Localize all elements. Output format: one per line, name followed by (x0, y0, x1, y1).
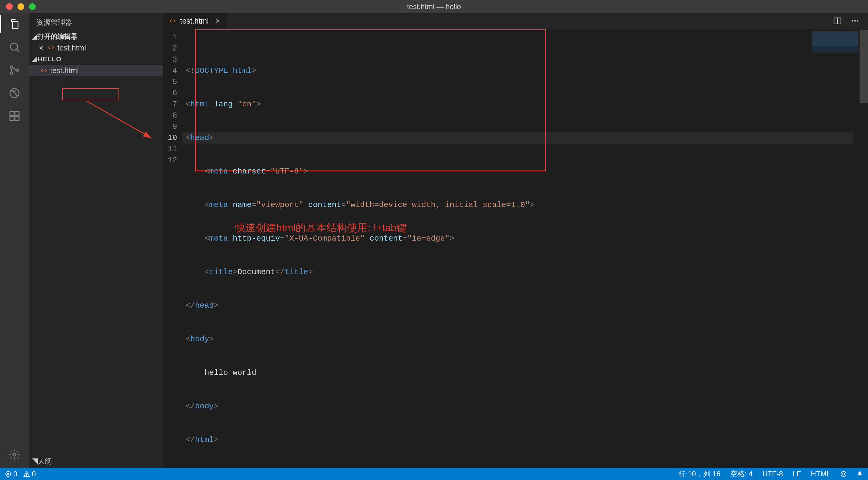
svg-point-15 (857, 20, 858, 22)
status-language[interactable]: HTML (811, 470, 831, 478)
open-editors-header[interactable]: ◢ 打开的编辑器 (29, 31, 163, 42)
source-control-icon[interactable] (7, 63, 22, 78)
status-warnings[interactable]: 0 (23, 470, 36, 478)
status-indent[interactable]: 空格: 4 (730, 469, 753, 479)
svg-point-22 (841, 472, 846, 477)
status-encoding[interactable]: UTF-8 (763, 470, 783, 478)
explorer-icon[interactable] (7, 17, 22, 31)
svg-rect-7 (10, 117, 14, 121)
debug-icon[interactable] (7, 86, 22, 100)
status-bar: 0 0 行 10，列 16 空格: 4 UTF-8 LF HTML (0, 468, 868, 480)
svg-point-10 (13, 453, 16, 456)
sidebar-title: 资源管理器 (29, 13, 163, 31)
annotation-box-file (62, 88, 119, 100)
open-editor-item[interactable]: × test.html (29, 42, 163, 54)
svg-rect-6 (10, 112, 14, 116)
folder-name: HELLO (37, 55, 62, 63)
html-file-icon (40, 67, 47, 74)
code-editor[interactable]: 1 2 3 4 5 6 7 8 9 10 11 12 <!DOCTYPE htm… (163, 29, 868, 468)
svg-point-24 (844, 473, 845, 474)
tab-filename: test.html (180, 17, 209, 25)
split-editor-icon[interactable] (833, 16, 842, 25)
svg-line-1 (17, 49, 19, 52)
svg-point-0 (10, 43, 18, 50)
svg-point-13 (852, 20, 853, 22)
svg-point-21 (26, 476, 27, 476)
status-errors[interactable]: 0 (5, 470, 17, 478)
svg-rect-9 (15, 112, 19, 116)
chevron-down-icon: ◢ (31, 33, 37, 40)
open-editor-filename: test.html (57, 43, 86, 52)
svg-rect-8 (15, 117, 19, 121)
open-editors-label: 打开的编辑器 (37, 32, 78, 41)
status-eol[interactable]: LF (793, 470, 801, 478)
svg-point-3 (10, 72, 13, 74)
extensions-icon[interactable] (7, 109, 22, 123)
outline-header[interactable]: ◢ 大纲 (29, 455, 163, 468)
titlebar: test.html — hello (0, 0, 868, 13)
explorer-sidebar: 资源管理器 ◢ 打开的编辑器 × test.html ◢ HELLO (29, 13, 163, 468)
close-editor-icon[interactable]: × (37, 43, 45, 52)
vscode-window: test.html — hello (0, 0, 868, 480)
tab-test-html[interactable]: test.html × (163, 13, 227, 29)
file-row-test-html[interactable]: test.html (29, 65, 163, 76)
html-file-icon (169, 18, 176, 24)
file-name: test.html (50, 66, 79, 75)
activity-bar (0, 13, 29, 468)
folder-header[interactable]: ◢ HELLO (29, 54, 163, 65)
editor-actions (833, 13, 868, 29)
svg-point-14 (855, 20, 856, 22)
editor-group: test.html × 1 2 3 4 (163, 13, 868, 468)
html-file-icon (48, 44, 54, 51)
outline-label: 大纲 (37, 456, 52, 466)
svg-point-4 (16, 69, 19, 71)
minimap[interactable] (812, 31, 858, 53)
settings-gear-icon[interactable] (7, 447, 22, 462)
maximize-window-button[interactable] (29, 3, 36, 10)
annotation-text: 快速创建html的基本结构使用: !+tab键 (235, 222, 407, 233)
svg-point-2 (10, 66, 13, 68)
line-number-gutter: 1 2 3 4 5 6 7 8 9 10 11 12 (163, 29, 183, 468)
close-tab-icon[interactable]: × (213, 16, 220, 26)
code-content[interactable]: <!DOCTYPE html> <html lang="en"> <head> … (183, 29, 868, 468)
chevron-down-icon: ◢ (31, 55, 37, 63)
status-notifications-icon[interactable] (857, 471, 863, 477)
chevron-right-icon: ◢ (30, 458, 39, 464)
scrollbar-thumb[interactable] (860, 30, 868, 103)
close-window-button[interactable] (6, 3, 13, 10)
more-actions-icon[interactable] (850, 16, 860, 25)
status-feedback-icon[interactable] (840, 471, 847, 477)
search-icon[interactable] (7, 40, 22, 54)
editor-tabs: test.html × (163, 13, 868, 29)
minimize-window-button[interactable] (18, 3, 24, 10)
window-controls (0, 3, 36, 10)
status-line-col[interactable]: 行 10，列 16 (679, 469, 720, 479)
editor-scrollbar[interactable] (860, 30, 868, 468)
window-title: test.html — hello (0, 2, 868, 11)
svg-point-23 (842, 473, 843, 474)
